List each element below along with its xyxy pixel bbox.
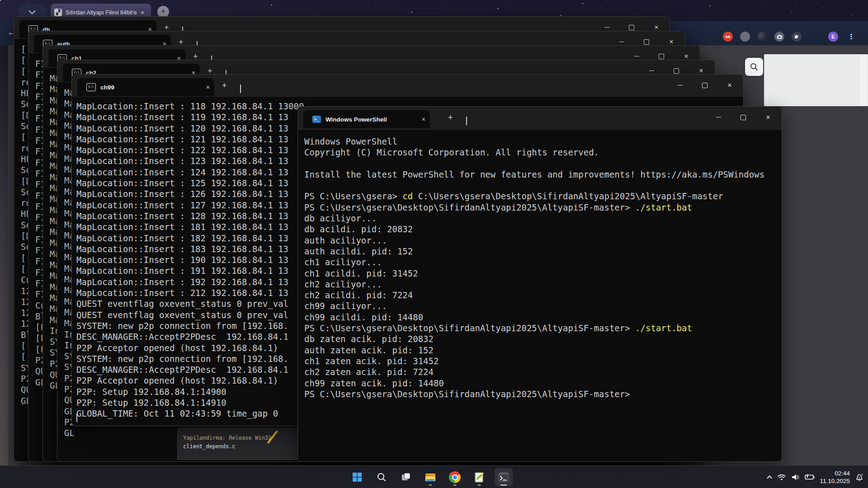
apps-icon[interactable] xyxy=(740,32,750,42)
tray-time: 02:44 xyxy=(820,469,850,477)
tab-dropdown-icon[interactable] xyxy=(466,117,467,125)
wifi-icon[interactable] xyxy=(777,473,786,481)
editor-output-fragment: Yapilandirma: Release Win32 client_depen… xyxy=(177,428,298,460)
tab-close-icon[interactable]: × xyxy=(422,116,425,123)
tray-chevron-up-icon[interactable] xyxy=(766,474,773,480)
terminal-line: db acildi. pid: 20832 xyxy=(304,224,782,235)
terminal-line: PS C:\Users\gsera> cd C:\Users\gsera\Des… xyxy=(304,191,782,202)
chevron-down-icon xyxy=(28,7,36,14)
svg-text:z: z xyxy=(859,476,860,479)
terminal-line: PS C:\Users\gsera\Desktop\SifirdanAltyap… xyxy=(304,323,782,333)
desktop: ▞ Sıfırdan Altyapı Filesi 64bit'e Çe × +… xyxy=(0,0,868,488)
tab-powershell[interactable]: >_ Windows PowerShell × xyxy=(303,110,430,128)
extensions-icon[interactable] xyxy=(792,32,802,42)
folder-icon xyxy=(425,471,436,483)
terminal-line: ch2 aciliyor... xyxy=(304,279,782,290)
adblock-icon[interactable]: AB xyxy=(723,32,733,42)
tab-dropdown-icon[interactable] xyxy=(240,84,241,93)
terminal-line: Install the latest PowerShell for new fe… xyxy=(304,169,782,180)
build-configuration-text: Yapilandirma: Release Win32 xyxy=(183,435,271,441)
chrome-icon xyxy=(449,471,461,483)
cmd-icon: C:\ xyxy=(86,83,96,91)
terminal-line: ch2 acildi. pid: 7224 xyxy=(304,290,782,300)
powershell-icon: >_ xyxy=(312,116,321,123)
search-icon xyxy=(376,472,387,483)
terminal-line xyxy=(304,158,782,169)
running-indicator xyxy=(478,484,481,486)
tab-close-icon[interactable]: × xyxy=(206,84,210,91)
titlebar[interactable]: >_ Windows PowerShell × + × xyxy=(298,107,782,130)
titlebar[interactable]: C:\ ch99 × + × xyxy=(72,75,743,97)
terminal-line: ch1 aciliyor... xyxy=(304,257,782,267)
camera-icon[interactable] xyxy=(774,32,784,42)
minimize-button[interactable] xyxy=(708,107,729,128)
terminal-line: ch99 acildi. pid: 14480 xyxy=(304,312,782,323)
browser-page-scrollbar[interactable] xyxy=(860,55,867,105)
search-button[interactable] xyxy=(373,468,391,486)
notepad-plus-plus-icon xyxy=(474,472,485,483)
terminal-line: ch2 zaten acik. pid: 7224 xyxy=(304,366,782,377)
terminal-line: Copyright (C) Microsoft Corporation. All… xyxy=(304,147,782,158)
tab-ch99[interactable]: C:\ ch99 × xyxy=(77,78,214,96)
terminal-line: ch99 zaten acik. pid: 14480 xyxy=(304,378,782,389)
browser-menu-icon[interactable]: ⋮ xyxy=(846,32,856,42)
browser-page-panel xyxy=(764,54,868,106)
close-button[interactable]: × xyxy=(719,75,740,96)
new-tab-button[interactable]: + xyxy=(222,81,227,90)
powershell-window: >_ Windows PowerShell × + × Windows Powe… xyxy=(297,106,782,462)
terminal-line: db aciliyor... xyxy=(304,213,782,224)
terminal-line: auth aciliyor... xyxy=(304,235,782,246)
terminal-line: ch1 acildi. pid: 31452 xyxy=(304,268,782,279)
maximize-button[interactable] xyxy=(733,107,754,128)
terminal-line: ch1 zaten acik. pid: 31452 xyxy=(304,356,782,366)
tab-title: Sıfırdan Altyapı Filesi 64bit'e Çe xyxy=(66,9,138,16)
terminal-line: auth zaten acik. pid: 152 xyxy=(304,345,782,356)
task-view-icon xyxy=(401,472,411,483)
tab-label: ch99 xyxy=(100,84,203,91)
start-button[interactable] xyxy=(348,468,366,486)
notification-bell-icon[interactable]: z z xyxy=(854,473,864,482)
search-icon xyxy=(750,62,759,71)
profile-avatar[interactable]: E xyxy=(828,32,838,42)
terminal-line: PS C:\Users\gsera\Desktop\SifirdanAltyap… xyxy=(304,202,782,213)
page-search-button[interactable] xyxy=(745,58,763,76)
running-indicator xyxy=(429,484,432,486)
tray-date: 11.10.2025 xyxy=(820,477,850,485)
chrome-button[interactable] xyxy=(446,468,464,486)
terminal-line: PS C:\Users\gsera\Desktop\SifirdanAltyap… xyxy=(304,389,782,399)
task-view-button[interactable] xyxy=(397,468,415,486)
maximize-button[interactable] xyxy=(694,75,715,96)
volume-icon[interactable] xyxy=(791,473,800,481)
notepad-plus-plus-button xyxy=(470,468,488,486)
terminal-icon xyxy=(498,471,509,483)
terminal-line: Windows PowerShell xyxy=(304,136,782,147)
terminal-line: ch99 aciliyor... xyxy=(304,300,782,311)
tab-favicon: ▞ xyxy=(54,9,62,16)
darkmode-icon[interactable] xyxy=(757,32,767,42)
running-indicator xyxy=(500,484,507,486)
battery-charging-icon[interactable] xyxy=(804,474,815,481)
terminal-output: Windows PowerShellCopyright (C) Microsof… xyxy=(298,129,782,461)
close-button[interactable]: × xyxy=(758,107,778,128)
tab-close-icon[interactable]: × xyxy=(141,9,144,16)
windows-logo-icon xyxy=(352,472,363,483)
taskbar: 02:44 11.10.2025 z z xyxy=(0,465,868,488)
tray-clock[interactable]: 02:44 11.10.2025 xyxy=(820,469,850,485)
running-indicator xyxy=(453,484,457,486)
terminal-line xyxy=(304,180,782,191)
file-explorer-button[interactable] xyxy=(421,468,439,486)
new-tab-button[interactable]: + xyxy=(448,113,453,122)
terminal-button[interactable] xyxy=(495,468,513,486)
terminal-line: db zaten acik. pid: 20832 xyxy=(304,333,782,344)
terminal-line: auth acildi. pid: 152 xyxy=(304,246,782,257)
stars-bright xyxy=(0,0,1,1)
svg-text:z: z xyxy=(862,473,863,476)
file-name-text: client_depends.c xyxy=(183,443,236,450)
text-cursor xyxy=(76,413,77,422)
tab-label: Windows PowerShell xyxy=(326,116,418,123)
minimize-button[interactable] xyxy=(670,75,690,96)
